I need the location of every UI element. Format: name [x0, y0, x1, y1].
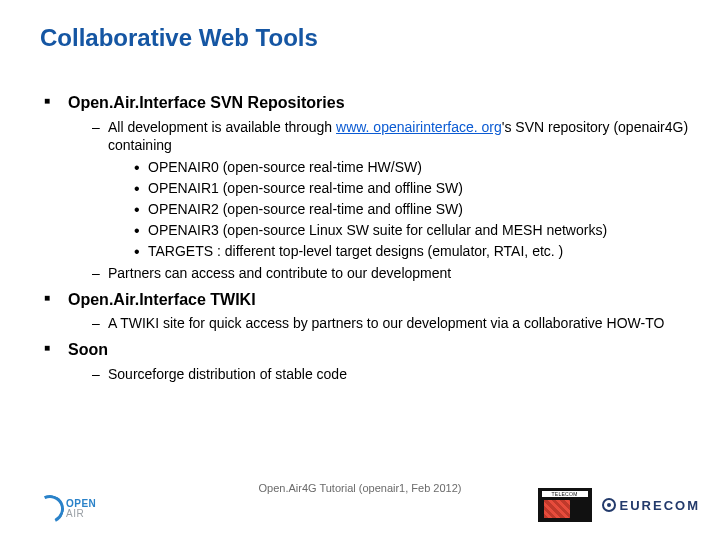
eurecom-label: EURECOM [620, 498, 700, 513]
openair-logo: OPEN AIR [36, 494, 118, 524]
eurecom-logo: EURECOM [602, 498, 700, 513]
openair-logo-text: OPEN AIR [66, 499, 96, 519]
list-item: OPENAIR3 (open-source Linux SW suite for… [134, 221, 692, 240]
section-heading-svn: Open.Air.Interface SVN Repositories [40, 92, 692, 114]
slide-footer: Open.Air4G Tutorial (openair1, Feb 2012)… [0, 480, 720, 526]
openairinterface-link[interactable]: www. openairinterface. org [336, 119, 502, 135]
openair-arc-icon [32, 491, 68, 527]
logo-text-sub: AIR [66, 508, 84, 519]
list-item: Sourceforge distribution of stable code [92, 365, 692, 384]
telecom-label: TELECOM [542, 491, 588, 497]
telecom-stripes-icon [544, 500, 570, 518]
list-item: All development is available through www… [92, 118, 692, 156]
list-item: A TWIKI site for quick access by partner… [92, 314, 692, 333]
slide: Collaborative Web Tools Open.Air.Interfa… [0, 0, 720, 540]
list-item: OPENAIR2 (open-source real-time and offl… [134, 200, 692, 219]
list-item: OPENAIR0 (open-source real-time HW/SW) [134, 158, 692, 177]
slide-title: Collaborative Web Tools [40, 24, 692, 52]
eurecom-dot-icon [602, 498, 616, 512]
slide-content: Open.Air.Interface SVN Repositories All … [40, 92, 692, 384]
footer-logos-right: TELECOM EURECOM [538, 488, 700, 522]
list-item: Partners can access and contribute to ou… [92, 264, 692, 283]
section-heading-twiki: Open.Air.Interface TWIKI [40, 289, 692, 311]
list-item: TARGETS : different top-level target des… [134, 242, 692, 261]
text-prefix: All development is available through [108, 119, 336, 135]
list-item: OPENAIR1 (open-source real-time and offl… [134, 179, 692, 198]
section-heading-soon: Soon [40, 339, 692, 361]
telecom-logo: TELECOM [538, 488, 592, 522]
